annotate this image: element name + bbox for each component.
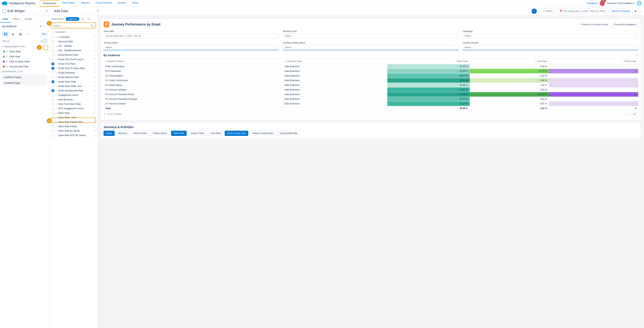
field-item[interactable]: #Clic - DésabonnementΣ — [49, 48, 98, 53]
search-input-wrapper[interactable]: 🔍 — [52, 23, 95, 28]
field-item[interactable]: #Engagement ScoreΣ — [49, 93, 98, 97]
field-item[interactable]: #Open Rate AdidasΣ — [49, 124, 98, 129]
field-item[interactable]: #Open RateΣ — [49, 111, 98, 115]
table-row[interactable]: CC Account CreatedData Extension 73.33 %… — [104, 102, 638, 106]
dimension-item[interactable]: Audience Name — [2, 75, 47, 80]
checkbox[interactable] — [52, 121, 54, 123]
field-item[interactable]: #Email Bounce RateΣ — [49, 53, 98, 57]
audience-menu-icon[interactable]: ⋮ — [44, 24, 47, 28]
field-item[interactable]: #Email DeliveriesΣ — [49, 70, 98, 75]
astro-icon[interactable]: 99+ — [600, 1, 605, 6]
checkbox[interactable] — [52, 36, 54, 38]
metric-chip[interactable]: Sends — [104, 131, 115, 136]
table-row[interactable]: CC Account Password ChangedData Extensio… — [104, 97, 638, 102]
close-add-data-icon[interactable]: × — [95, 9, 100, 13]
journey-version-select[interactable]: Select.. — [462, 45, 638, 50]
table-row[interactable]: Order ConfirmationData Extension 33.33 %… — [104, 64, 638, 69]
avatar[interactable] — [636, 1, 642, 6]
nav-tab-dashboards[interactable]: Dashboards — [40, 0, 59, 7]
field-item[interactable]: #Email Delivery RateΣ — [49, 75, 98, 80]
close-edit-icon[interactable]: × — [44, 9, 49, 13]
field-item[interactable]: #Clic - désaboΣ — [49, 44, 98, 48]
hash-chip[interactable]: # — [86, 17, 91, 21]
metric-chip[interactable]: Unique Clicks — [188, 131, 206, 136]
column-header[interactable]: # Click to Ope — [549, 58, 638, 64]
table-row[interactable]: CC Account Password ResetData Extension … — [104, 92, 638, 97]
journey-activity-select[interactable]: Select.. — [283, 45, 458, 50]
viz-bar-icon[interactable]: ▮▮ — [17, 32, 24, 37]
table-row[interactable]: CC Email SignupData Extension 42.46 % 2.… — [104, 83, 638, 88]
checkbox[interactable] — [52, 94, 54, 96]
field-item[interactable]: #Bounced RateΣ — [49, 39, 98, 44]
column-header[interactable]: ⊞ Audience Type — [282, 58, 387, 64]
checkbox[interactable] — [52, 130, 54, 132]
checkbox[interactable] — [52, 62, 54, 65]
feedback-link[interactable]: Feedback — [587, 2, 598, 5]
visibility-toggle-icon[interactable]: 👁 — [40, 25, 42, 28]
field-item[interactable]: #Open Rate - NewΣ — [49, 115, 98, 120]
field-item[interactable]: #Email Unsubscribe RateΣ — [49, 88, 98, 93]
metric-chip[interactable]: Open Rate — [171, 131, 187, 136]
field-item[interactable]: ## JourneysΣ — [49, 35, 98, 39]
metric-chip[interactable]: Click Rate — [208, 131, 223, 136]
checkbox[interactable] — [52, 58, 54, 61]
more-menu-icon[interactable]: ⋮ — [638, 9, 642, 13]
field-item[interactable]: #Email Open Rate- KrisΣ — [49, 84, 98, 88]
dimension-item[interactable]: Audience Type — [2, 80, 47, 86]
nav-tab-queries[interactable]: Queries — [115, 0, 129, 7]
org-selector[interactable]: Northern Trail Outfitters ▾ — [607, 2, 634, 5]
measurement-item[interactable]: ΣClick to Open Rate — [0, 59, 49, 64]
table-row[interactable]: CC PasswordlessData Extension 66.67 % 0.… — [104, 74, 638, 78]
checkbox[interactable] — [52, 103, 54, 105]
filters-button[interactable]: ▽ Filters — [541, 8, 555, 14]
checkbox[interactable] — [52, 72, 54, 74]
table-row[interactable]: ECS NewsletterData Extension 47.59 % 42.… — [104, 69, 638, 74]
metric-chip[interactable]: Click to Open Rate — [225, 131, 248, 136]
field-item[interactable]: #NTO Engagement ScoreΣ — [49, 106, 98, 111]
more-viz-link[interactable]: More — [42, 33, 47, 35]
field-item[interactable]: #Email Click Event Lag D...Σ — [49, 57, 98, 62]
table-filter-icon[interactable]: ▽ — [636, 54, 638, 56]
search-input[interactable] — [53, 24, 91, 27]
add-field-button[interactable]: + — [43, 39, 47, 43]
pager-expand-icon[interactable]: ↔ — [626, 112, 630, 116]
checkbox[interactable] — [52, 54, 54, 56]
checkbox[interactable] — [52, 112, 54, 114]
field-item[interactable]: #Email Open RateΣ — [49, 80, 98, 84]
nav-tab-setup[interactable]: Setup — [129, 0, 141, 7]
side-tab-design[interactable]: Design — [22, 16, 35, 22]
metric-chip[interactable]: Bounces — [116, 131, 130, 136]
field-item[interactable]: #New Push Open RateΣ — [49, 102, 98, 106]
field-item[interactable]: #Hard BouncesΣ — [49, 97, 98, 102]
metric-chip[interactable]: Unsubscribe Rate — [277, 131, 300, 136]
chevron-down-icon[interactable]: ⌄ — [52, 31, 54, 33]
visibility-icon[interactable]: ◉ — [634, 10, 636, 12]
campaign-select[interactable]: Select.. — [462, 33, 638, 38]
add-button[interactable]: + — [532, 8, 537, 14]
field-item[interactable]: #Open Rate (Opens/Sen...Σ — [49, 120, 98, 124]
journey-name-select[interactable]: Select.. — [104, 45, 279, 50]
checkbox[interactable] — [52, 107, 54, 110]
checkbox[interactable] — [52, 67, 54, 70]
bu-select[interactable]: Select.. — [283, 33, 458, 38]
monitor-button[interactable]: ✦Monitor in Command Center — [578, 22, 610, 26]
field-item[interactable]: #Open Rate by SendsΣ — [49, 129, 98, 133]
field-item[interactable]: #Email Click RateΣ — [49, 62, 98, 66]
side-tab-data[interactable]: Data — [0, 16, 10, 22]
column-header[interactable]: ⊞ Audience Name ↓ — [104, 58, 282, 64]
checkbox[interactable] — [52, 76, 54, 78]
viz-table-icon[interactable]: ▦ — [10, 32, 16, 37]
checkbox[interactable] — [52, 45, 54, 47]
checkbox[interactable] — [52, 89, 54, 92]
powered-button[interactable]: Powered By Intelligence — [612, 22, 638, 26]
checkbox[interactable] — [52, 116, 54, 119]
field-item[interactable]: #Open Rate NTO By SendsΣ — [49, 133, 98, 138]
nav-tab-reports[interactable]: Reports — [78, 0, 92, 7]
checkbox[interactable] — [52, 98, 54, 101]
pager-collapse-icon[interactable]: ⇥⇤ — [632, 112, 638, 116]
checkbox[interactable] — [52, 80, 54, 83]
suggested-chip[interactable]: Suggested — [66, 17, 79, 21]
column-header[interactable]: # Click Rate — [470, 58, 549, 64]
measurement-item[interactable]: ΣUnsubscribe Rate — [0, 64, 49, 69]
side-tab-filters[interactable]: Filters — [10, 16, 22, 22]
